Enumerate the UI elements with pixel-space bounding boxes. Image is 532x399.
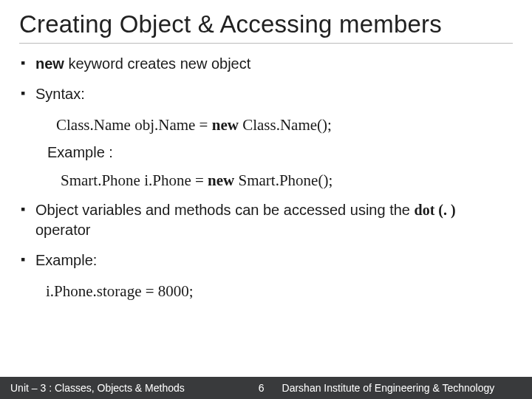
bullet-syntax: Syntax: [19,84,513,104]
example-pre: Smart.Phone i.Phone = [61,171,208,189]
bullet-dot-operator: Object variables and methods can be acce… [19,200,513,240]
syntax-pre: Class.Name obj.Name = [56,116,212,134]
example2-line: i.Phone.storage = 8000; [19,281,513,301]
footer-unit: Unit – 3 : Classes, Objects & Methods [10,382,185,394]
example-post: Smart.Phone(); [234,171,332,189]
footer-page-number: 6 [259,382,265,394]
slide-body: Creating Object & Accessing members new … [0,0,532,399]
syntax-post: Class.Name(); [239,116,332,134]
bullet-1-rest: keyword creates new object [64,55,250,72]
slide-title: Creating Object & Accessing members [19,10,513,44]
bullet-new-keyword: new keyword creates new object [19,54,513,74]
bullet-list: new keyword creates new object Syntax: C… [19,54,513,301]
bullet-1-bold: new [35,55,64,72]
footer-bar: Unit – 3 : Classes, Objects & Methods 6 … [0,377,532,399]
example-label: Example : [19,143,513,163]
b3-post: operator [35,222,91,238]
syntax-line: Class.Name obj.Name = new Class.Name(); [19,115,513,135]
example-bold: new [208,171,234,189]
bullet-example2: Example: [19,250,513,270]
b3-pre: Object variables and methods can be acce… [35,202,415,218]
footer-institute: Darshan Institute of Engineering & Techn… [282,382,495,394]
b3-bold: dot (. ) [415,202,456,218]
syntax-bold: new [212,116,239,134]
example-line: Smart.Phone i.Phone = new Smart.Phone(); [19,170,513,191]
